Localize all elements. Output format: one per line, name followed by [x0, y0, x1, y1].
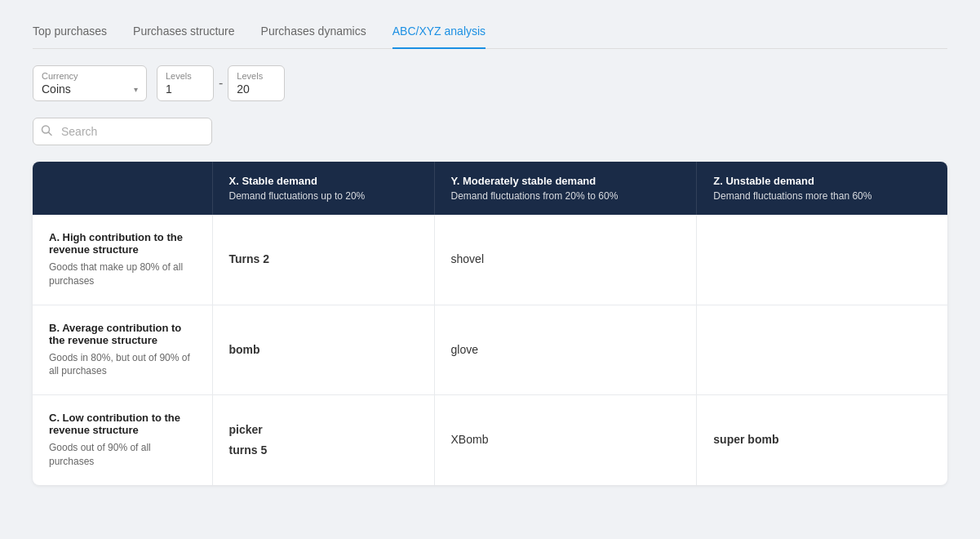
table-header-x: X. Stable demand Demand fluctuations up … [212, 162, 434, 215]
cell-item: bomb [229, 340, 418, 360]
tab-abc-xyz[interactable]: ABC/XYZ analysis [392, 16, 486, 49]
cell-item: Turns 2 [229, 249, 418, 270]
currency-label: Currency [42, 71, 138, 81]
levels-from-label: Levels [166, 71, 205, 81]
levels-dash: - [219, 76, 223, 91]
controls-row: Currency Coins ▾ Levels - Levels [33, 65, 947, 101]
tabs-nav: Top purchases Purchases structure Purcha… [33, 16, 947, 49]
row-desc-a: Goods that make up 80% of all purchases [49, 261, 196, 288]
search-input[interactable] [33, 118, 212, 145]
cell-a-x: Turns 2 [212, 215, 434, 305]
row-label-a: A. High contribution to the revenue stru… [33, 215, 212, 305]
tab-purchases-dynamics[interactable]: Purchases dynamics [261, 16, 366, 49]
row-desc-c: Goods out of 90% of all purchases [49, 441, 196, 469]
cell-c-y: XBomb [434, 395, 697, 485]
levels-from-input[interactable]: Levels [157, 65, 214, 101]
cell-item: glove [451, 340, 681, 360]
search-icon [41, 125, 52, 139]
row-label-c: C. Low contribution to the revenue struc… [33, 395, 212, 485]
cell-item: super bomb [713, 430, 931, 450]
table-row: B. Average contribution to the revenue s… [33, 305, 947, 395]
levels-to-label: Levels [237, 71, 276, 81]
table-header-y: Y. Moderately stable demand Demand fluct… [434, 162, 697, 215]
tab-purchases-structure[interactable]: Purchases structure [133, 16, 235, 49]
currency-value: Coins [42, 82, 71, 96]
row-desc-b: Goods in 80%, but out of 90% of all purc… [49, 351, 196, 379]
cell-b-y: glove [434, 305, 697, 395]
levels-to-field[interactable] [237, 82, 276, 96]
abc-xyz-table: X. Stable demand Demand fluctuations up … [33, 162, 947, 485]
cell-item: turns 5 [229, 440, 418, 461]
cell-item: XBomb [451, 430, 681, 450]
levels-to-input[interactable]: Levels [228, 65, 285, 101]
cell-b-z [697, 305, 947, 395]
row-title-c: C. Low contribution to the revenue struc… [49, 412, 196, 436]
table-row: C. Low contribution to the revenue struc… [33, 395, 947, 485]
cell-c-z: super bomb [697, 395, 947, 485]
cell-item: picker [229, 420, 418, 440]
row-label-b: B. Average contribution to the revenue s… [33, 305, 212, 395]
cell-item: shovel [451, 249, 681, 270]
cell-a-z [697, 215, 947, 305]
cell-c-x: pickerturns 5 [212, 395, 434, 485]
table-header-row: X. Stable demand Demand fluctuations up … [33, 162, 947, 215]
row-title-b: B. Average contribution to the revenue s… [49, 322, 196, 346]
table-header-z: Z. Unstable demand Demand fluctuations m… [697, 162, 947, 215]
table-header-row-label [33, 162, 212, 215]
tab-top-purchases[interactable]: Top purchases [33, 16, 107, 49]
svg-line-1 [49, 132, 52, 136]
chevron-down-icon: ▾ [134, 85, 138, 94]
table-row: A. High contribution to the revenue stru… [33, 215, 947, 305]
cell-a-y: shovel [434, 215, 697, 305]
cell-b-x: bomb [212, 305, 434, 395]
search-container [33, 118, 212, 145]
row-title-a: A. High contribution to the revenue stru… [49, 231, 196, 256]
levels-from-field[interactable] [166, 82, 205, 96]
levels-group: Levels - Levels [157, 65, 285, 101]
currency-dropdown[interactable]: Currency Coins ▾ [33, 65, 147, 101]
